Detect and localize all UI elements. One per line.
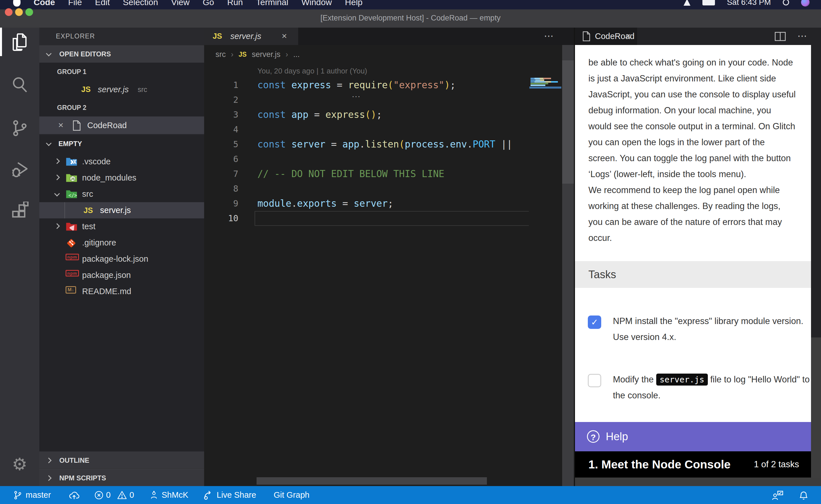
- source-control-icon[interactable]: [0, 114, 39, 142]
- breadcrumb-symbol[interactable]: ...: [293, 45, 300, 64]
- menu-item-file[interactable]: File: [68, 0, 82, 9]
- hint-dots-icon: ...: [352, 90, 361, 99]
- js-file-icon: JS: [213, 28, 222, 45]
- outline-section-header[interactable]: OUTLINE: [39, 451, 204, 469]
- open-editor-item-serverjs[interactable]: JS server.js src: [39, 81, 204, 98]
- tree-item-test[interactable]: test: [39, 218, 204, 235]
- code-line-7[interactable]: 7// -- DO NOT EDIT BELOW THIS LINE: [204, 167, 529, 181]
- menu-item-run[interactable]: Run: [227, 0, 243, 9]
- chevron-right-icon: [46, 458, 52, 463]
- svg-text:JS: JS: [71, 177, 75, 181]
- menu-item-code[interactable]: Code: [34, 0, 55, 9]
- editor-actions-more-icon[interactable]: ⋯: [544, 28, 553, 44]
- apple-icon[interactable]: [13, 0, 21, 7]
- checkbox-unchecked[interactable]: [588, 374, 601, 387]
- menu-item-go[interactable]: Go: [203, 0, 214, 9]
- breadcrumb-folder[interactable]: src: [216, 45, 226, 64]
- tree-item--vscode[interactable]: .vscode: [39, 153, 204, 170]
- tab-serverjs[interactable]: JS server.js ×: [204, 28, 298, 45]
- siri-icon[interactable]: [801, 0, 810, 7]
- close-icon[interactable]: ×: [626, 28, 631, 44]
- webview-scrollbar-thumb[interactable]: [811, 337, 821, 486]
- run-debug-icon[interactable]: [0, 156, 39, 184]
- breadcrumb[interactable]: src › JS server.js › ...: [216, 45, 300, 64]
- js-file-icon: JS: [239, 45, 247, 64]
- settings-gear-icon[interactable]: ⚙: [0, 450, 39, 478]
- sync-changes-item[interactable]: [68, 486, 80, 504]
- activity-bar: ⚙: [0, 28, 39, 486]
- line-number: 6: [204, 152, 238, 167]
- problems-item[interactable]: 0 0: [94, 486, 134, 504]
- warnings-icon: [117, 490, 127, 500]
- editor-vertical-scrollbar[interactable]: [562, 45, 574, 486]
- checkbox-checked[interactable]: ✓: [588, 315, 601, 329]
- tree-item--gitignore[interactable]: .gitignore: [39, 235, 204, 251]
- help-button[interactable]: ? Help: [575, 422, 811, 451]
- close-icon[interactable]: ×: [58, 116, 64, 134]
- tree-item-package-json[interactable]: npmpackage.json: [39, 267, 204, 283]
- tree-item-server-js[interactable]: JSserver.js: [39, 202, 204, 218]
- menu-item-help[interactable]: Help: [345, 0, 363, 9]
- code-line-10[interactable]: 10: [204, 211, 529, 226]
- search-icon[interactable]: [0, 70, 39, 99]
- tree-item-label: .gitignore: [82, 235, 116, 251]
- git-graph-item[interactable]: Git Graph: [274, 486, 310, 504]
- tab-coderoad[interactable]: CodeRoad ×: [575, 28, 637, 45]
- code-line-9[interactable]: 9module.exports = server;: [204, 196, 529, 211]
- window-title-bar: [Extension Development Host] - CodeRoad …: [0, 9, 821, 28]
- code-line-3[interactable]: 3const app = express();: [204, 107, 529, 122]
- feedback-item[interactable]: [771, 486, 783, 504]
- chevron-right-icon: [54, 175, 60, 180]
- npm-scripts-section-header[interactable]: NPM SCRIPTS: [39, 469, 204, 487]
- account-item[interactable]: ShMcK: [150, 486, 188, 504]
- live-share-item[interactable]: Live Share: [203, 486, 256, 504]
- code-line-6[interactable]: 6: [204, 152, 529, 167]
- chevron-down-icon: [46, 140, 52, 146]
- line-number: 4: [204, 122, 238, 137]
- editor-horizontal-scrollbar[interactable]: [257, 477, 487, 485]
- close-icon[interactable]: ×: [282, 28, 287, 44]
- open-editor-item-coderoad[interactable]: × CodeRoad: [39, 116, 204, 134]
- breadcrumb-file[interactable]: server.js: [252, 45, 281, 64]
- menu-items[interactable]: CodeFileEditSelectionViewGoRunTerminalWi…: [13, 0, 363, 9]
- location-icon: [684, 0, 691, 6]
- code-line-8[interactable]: 8: [204, 181, 529, 196]
- test-icon: [66, 221, 77, 232]
- spotlight-icon[interactable]: [783, 0, 789, 5]
- menu-item-window[interactable]: Window: [301, 0, 332, 9]
- panel-bottom-strip: [575, 478, 821, 486]
- explorer-icon[interactable]: [0, 28, 39, 56]
- notifications-item[interactable]: [798, 486, 809, 504]
- tree-item-label: node_modules: [82, 170, 136, 186]
- sidebar-title: EXPLORER: [56, 28, 95, 45]
- menu-status-icons[interactable]: Sat 6:43 PM: [684, 0, 810, 9]
- task-item-2: Modify the server.js file to log "Hello …: [575, 372, 811, 409]
- folder-section-header[interactable]: EMPTY: [39, 135, 204, 152]
- code-line-4[interactable]: 4: [204, 122, 529, 137]
- menu-item-terminal[interactable]: Terminal: [256, 0, 288, 9]
- code-line-2[interactable]: 2: [204, 93, 529, 107]
- menu-item-edit[interactable]: Edit: [95, 0, 110, 9]
- menu-item-view[interactable]: View: [171, 0, 189, 9]
- tree-item-label: README.md: [82, 283, 131, 300]
- code-text: const app = express();: [258, 107, 382, 122]
- split-editor-icon[interactable]: [775, 32, 786, 41]
- tree-item-node-modules[interactable]: JSnode_modules: [39, 170, 204, 186]
- tree-item-readme-md[interactable]: M↓README.md: [39, 283, 204, 300]
- webview-scrollbar-track[interactable]: [811, 45, 821, 337]
- explorer-sidebar: EXPLORER OPEN EDITORS GROUP 1 JS server.…: [39, 28, 204, 486]
- lesson-footer[interactable]: 1. Meet the Node Console 1 of 2 tasks: [575, 451, 811, 478]
- chevron-right-icon: [54, 158, 60, 164]
- tree-item-package-lock-json[interactable]: npmpackage-lock.json: [39, 251, 204, 267]
- open-editors-header[interactable]: OPEN EDITORS: [39, 45, 204, 63]
- code-line-1[interactable]: 1const express = require("express");: [204, 78, 529, 93]
- extensions-icon[interactable]: [0, 196, 39, 225]
- line-number: 9: [204, 196, 238, 211]
- menu-item-selection[interactable]: Selection: [123, 0, 158, 9]
- minimap[interactable]: [529, 45, 562, 486]
- panel-actions-more-icon[interactable]: ⋯: [797, 28, 807, 44]
- file-icon: [581, 31, 591, 42]
- git-branch-item[interactable]: master: [13, 486, 51, 504]
- tree-item-src[interactable]: </>src: [39, 186, 204, 202]
- code-line-5[interactable]: 5const server = app.listen(process.env.P…: [204, 137, 529, 152]
